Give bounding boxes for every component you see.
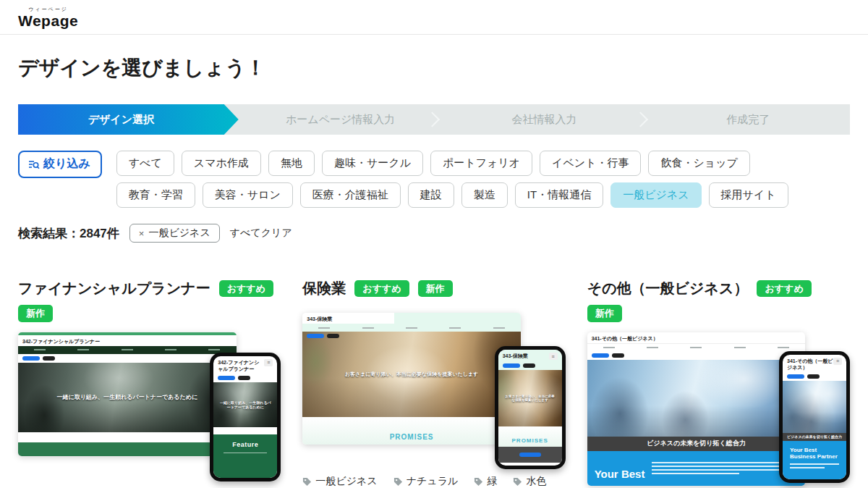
chip-medical-care[interactable]: 医療・介護福祉 [300,182,401,208]
new-badge: 新作 [18,305,53,322]
progress-steps: デザイン選択 ホームページ情報入力 会社情報入力 作成完了 [18,104,850,135]
chip-event[interactable]: イベント・行事 [540,151,641,176]
step-design-select: デザイン選択 [18,104,239,135]
mock-share-pill [218,376,235,380]
design-card-financial-planner[interactable]: ファイナンシャルプランナー おすすめ 新作 342-ファイナンシャルプランナー [18,279,281,488]
mock-paragraph-lines [790,463,839,468]
mock-tweet-pill [807,374,820,379]
hamburger-icon: ≡ [264,359,273,366]
chip-construction[interactable]: 建設 [408,182,454,208]
chip-recruit-site[interactable]: 採用サイト [709,182,788,208]
tag-natural[interactable]: ナチュラル [393,475,459,488]
desktop-mockup: 342-ファイナンシャルプランナー 一緒に取り組み、一生頼れるパートナーであるた… [18,332,237,456]
mock-promises-section: PROMISES [498,426,562,447]
mock-hero-image: お客さまに寄り添い、本当に必要な保険を提案いたします [302,332,521,417]
hamburger-icon: ≡ [549,353,558,360]
mock-nav-bar [18,346,237,354]
chip-beauty-salon[interactable]: 美容・サロン [203,182,293,208]
card-title: ファイナンシャルプランナー [18,279,210,298]
mock-share-pill [22,356,40,361]
design-preview[interactable]: 343-保険業 お客さまに寄り添い、本当に必要な保険を提案いたします PROMI… [302,313,565,469]
mock-hero-image [587,360,806,437]
logo-wordmark: Wepage [18,13,78,28]
phone-mockup: 341-その他（一般ビジネス） ≡ ビジネスの未来を切り拓く総合力 Your B… [779,351,850,483]
tag-list: 一般ビジネス ナチュラル 緑 水色 [302,475,565,488]
tag-lightblue[interactable]: 水色 [513,475,546,488]
design-card-insurance[interactable]: 保険業 おすすめ 新作 343-保険業 お客さまに寄り添い、本当に必要な保険を提… [302,279,565,488]
chip-all[interactable]: すべて [116,151,174,176]
hamburger-icon: ≡ [833,358,842,365]
tag-general-business[interactable]: 一般ビジネス [302,475,377,488]
tag-label: ナチュラル [407,475,459,488]
search-results-row: 検索結果：2847件 × 一般ビジネス すべてクリア [18,224,850,243]
category-chips: すべて スマホ作成 無地 趣味・サークル ポートフォリオ イベント・行事 飲食・… [116,151,836,208]
mock-tweet-pill [43,356,55,361]
chip-it-telecom[interactable]: IT・情報通信 [515,182,603,208]
tag-label: 水色 [526,475,546,488]
recommended-badge: おすすめ [219,280,273,298]
chip-manufacturing[interactable]: 製造 [461,182,508,208]
logo-furigana: ウィーページ [18,7,78,12]
tag-green[interactable]: 緑 [474,475,497,488]
mock-feature-title: Feature [218,441,273,448]
mock-feature-button [244,463,247,469]
mock-site-title: 341-その他（一般ビジネス） [592,335,658,342]
mock-hero-text: お客さまに寄り添い、本当に必要な保険を提案いたします [498,395,562,402]
mock-nav-bar [302,324,521,332]
refine-filter-button[interactable]: 絞り込み [18,151,102,178]
mock-site-title: 343-保険業 [503,353,528,359]
active-filter-chip[interactable]: × 一般ビジネス [129,224,220,243]
mock-site-title: 342-ファイナンシャルプランナー [218,359,264,372]
tag-icon [474,477,483,487]
wepage-logo[interactable]: ウィーページ Wepage [18,7,78,28]
mock-catch-band: ビジネスの未来を切り拓く総合力 [587,437,806,451]
chip-hobby-circle[interactable]: 趣味・サークル [322,151,423,176]
active-filter-label: 一般ビジネス [148,227,210,240]
mock-nav-bar [587,343,806,351]
mock-tweet-pill [238,376,250,380]
chip-portfolio[interactable]: ポートフォリオ [430,151,532,176]
design-card-other-general-business[interactable]: その他（一般ビジネス） おすすめ 新作 341-その他（一般ビジネス） [587,279,850,488]
tag-icon [513,477,522,487]
chip-plain[interactable]: 無地 [268,151,315,176]
mock-tweet-pill [612,353,624,358]
design-preview[interactable]: 342-ファイナンシャルプランナー 一緒に取り組み、一生頼れるパートナーであるた… [18,332,281,488]
recommended-badge: おすすめ [354,280,409,298]
tag-label: 緑 [487,475,497,488]
results-count-label: 検索結果：2847件 [18,225,119,242]
mock-catch-band: ビジネスの未来を切り拓く総合力 [783,433,846,441]
mock-hero-text: お客さまに寄り添い、本当に必要な保険を提案いたします [339,371,484,378]
mock-site-title: 342-ファイナンシャルプランナー [22,338,100,345]
mock-feature-section: Feature [213,434,277,478]
tag-label: 一般ビジネス [315,475,377,488]
mock-promises-title: PROMISES [390,433,434,441]
mock-tweet-pill [327,334,339,338]
chip-food-shop[interactable]: 飲食・ショップ [648,151,749,176]
mock-hero-text: 一緒に取り組み、一生頼れるパートナーであるために [51,393,203,401]
main-content: デザインを選びましょう！ デザイン選択 ホームページ情報入力 会社情報入力 作成… [0,54,868,488]
mock-catch-text: ビジネスの未来を切り拓く総合力 [787,434,842,439]
mock-blue-section: Your Best Business Partner [783,441,846,483]
recommended-badge: おすすめ [757,280,811,298]
mock-tweet-pill [523,363,535,368]
app-header: ウィーページ Wepage [0,0,868,35]
card-title: その他（一般ビジネス） [587,279,749,298]
mock-footer-section [498,447,562,463]
mock-hero-image: お客さまに寄り添い、本当に必要な保険を提案いたします [498,370,562,426]
design-card-grid: ファイナンシャルプランナー おすすめ 新作 342-ファイナンシャルプランナー [18,279,850,488]
mock-promises-section: PROMISES [302,417,521,445]
clear-all-link[interactable]: すべてクリア [230,227,292,240]
mock-footer-button [519,453,541,457]
remove-filter-icon: × [139,228,145,239]
phone-mockup: 342-ファイナンシャルプランナー ≡ 一緒に取り組み、一生頼れるパートナーであ… [210,353,281,481]
mock-site-title: 341-その他（一般ビジネス） [787,358,833,371]
mock-blue-heading: Your Best [595,468,645,480]
chip-smartphone[interactable]: スマホ作成 [182,151,261,176]
design-preview[interactable]: 341-その他（一般ビジネス） ビジネスの未来を切り拓く総合力 Your Bes… [587,332,850,488]
chip-education[interactable]: 教育・学習 [116,182,195,208]
chip-general-business[interactable]: 一般ビジネス [610,182,701,208]
mock-blue-section: Your Best [587,451,806,486]
step-complete: 作成完了 [646,104,850,135]
mock-hero-text: 一緒に取り組み、一生頼れるパートナーであるために [213,400,277,409]
step-homepage-info: ホームページ情報入力 [239,104,443,135]
